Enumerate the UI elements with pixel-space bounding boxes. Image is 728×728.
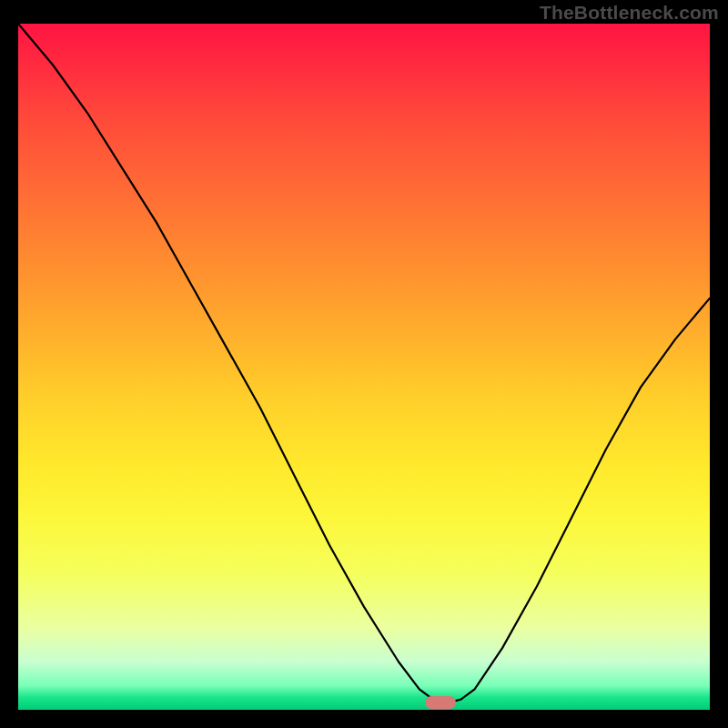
plot-area	[18, 24, 710, 710]
chart-frame: TheBottleneck.com	[0, 0, 728, 728]
curve-svg	[18, 24, 710, 710]
optimum-marker	[425, 696, 456, 709]
bottleneck-curve-path	[18, 24, 710, 703]
watermark-text: TheBottleneck.com	[540, 2, 719, 24]
